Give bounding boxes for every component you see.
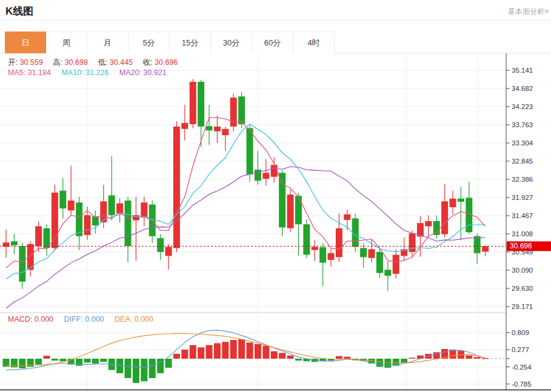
tab-day[interactable]: 日 xyxy=(5,32,46,53)
svg-text:0.277: 0.277 xyxy=(512,346,529,353)
tab-month[interactable]: 月 xyxy=(87,32,129,53)
svg-text:29.171: 29.171 xyxy=(512,303,533,310)
fundamental-analysis-link[interactable]: 基本面分析> xyxy=(508,7,549,17)
svg-text:-0.254: -0.254 xyxy=(512,364,532,371)
svg-text:35.141: 35.141 xyxy=(512,67,533,74)
diff-label: DIFF: xyxy=(64,315,83,324)
svg-text:33.763: 33.763 xyxy=(512,121,533,128)
svg-text:32.845: 32.845 xyxy=(512,158,533,165)
dea-label: DEA: xyxy=(115,315,132,324)
svg-text:29.630: 29.630 xyxy=(512,285,533,292)
diff-value: 0.000 xyxy=(85,315,104,324)
page-title: K线图 xyxy=(5,4,33,18)
tab-5min[interactable]: 5分 xyxy=(129,32,170,53)
open-value: 30.559 xyxy=(19,58,42,67)
svg-text:31.008: 31.008 xyxy=(512,230,533,238)
macd-label: MACD: xyxy=(8,315,32,324)
tab-4hour[interactable]: 4时 xyxy=(293,32,335,53)
svg-text:34.223: 34.223 xyxy=(512,103,533,110)
low-value: 30.445 xyxy=(110,58,133,67)
ohlc-readout: 开: 30.559 高: 30.698 低: 30.445 收: 30.696 xyxy=(8,58,185,68)
svg-text:31.467: 31.467 xyxy=(512,212,533,219)
interval-tabbar: 日周月5分15分30分60分4时 xyxy=(0,32,551,53)
title-divider xyxy=(0,20,551,21)
close-label: 收: xyxy=(143,58,153,67)
svg-text:30.090: 30.090 xyxy=(512,267,533,274)
ma5-label: MA5: xyxy=(8,68,25,77)
current-price-badge: 30.696 xyxy=(507,241,551,251)
high-label: 高: xyxy=(53,58,62,67)
dea-value: 0.000 xyxy=(135,315,153,324)
svg-text:30.696: 30.696 xyxy=(510,242,532,250)
ma5-value: 31.184 xyxy=(28,68,51,77)
macd-value: 0.000 xyxy=(35,315,53,324)
svg-text:31.927: 31.927 xyxy=(512,194,533,201)
ma20-label: MA20: xyxy=(119,68,141,77)
svg-text:32.386: 32.386 xyxy=(512,176,533,183)
tab-30min[interactable]: 30分 xyxy=(211,32,252,53)
kline-macd-chart-svg[interactable]: 35.14134.68234.22333.76333.30432.84532.3… xyxy=(0,53,551,392)
low-label: 低: xyxy=(98,58,107,67)
open-label: 开: xyxy=(8,58,18,67)
tab-15min[interactable]: 15分 xyxy=(170,32,211,53)
ma10-value: 31.226 xyxy=(85,68,109,77)
high-value: 30.698 xyxy=(65,58,88,67)
kline-chart-area[interactable]: 35.14134.68234.22333.76333.30432.84532.3… xyxy=(0,53,551,392)
ma20-value: 30.921 xyxy=(143,68,166,77)
tab-60min[interactable]: 60分 xyxy=(252,32,293,53)
ma10-label: MA10: xyxy=(61,68,83,77)
macd-readout: MACD: 0.000 DIFF: 0.000 DEA: 0.000 xyxy=(8,315,162,324)
svg-text:0.809: 0.809 xyxy=(512,329,529,336)
ma-readout: MA5: 31.184 MA10: 31.226 MA20: 30.921 xyxy=(8,68,175,77)
svg-text:-0.785: -0.785 xyxy=(512,380,532,388)
svg-text:34.682: 34.682 xyxy=(512,85,533,92)
tab-week[interactable]: 周 xyxy=(46,32,87,53)
close-value: 30.696 xyxy=(155,58,178,67)
svg-text:33.304: 33.304 xyxy=(512,139,533,147)
